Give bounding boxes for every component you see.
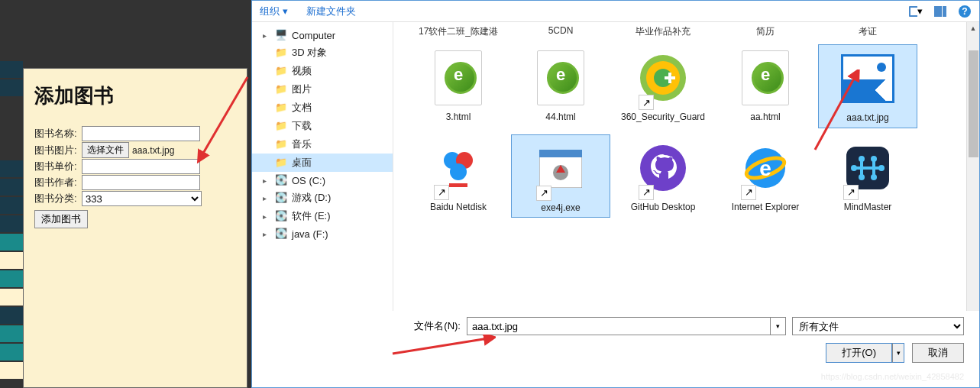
folder-icon: 📁	[275, 138, 287, 150]
filename-label: 文件名(N):	[414, 319, 461, 333]
scroll-thumb[interactable]	[969, 50, 978, 157]
svg-point-21	[640, 145, 686, 191]
view-mode-icon[interactable]: ▾	[909, 5, 923, 18]
book-name-input[interactable]	[82, 126, 200, 141]
tree-f-drive[interactable]: ▸💽java (F:)	[252, 225, 393, 242]
tree-video[interactable]: 📁视频	[252, 62, 393, 80]
file-aa-html[interactable]: aa.html	[716, 44, 815, 128]
label-category: 图书分类:	[34, 192, 82, 205]
ie-icon: e	[742, 145, 788, 191]
drive-icon: 💽	[275, 174, 287, 186]
svg-rect-5	[943, 6, 946, 17]
svg-text:?: ?	[962, 6, 967, 17]
drive-icon: 💽	[275, 210, 287, 222]
dialog-toolbar: 组织 ▾ 新建文件夹 ▾ ?	[252, 1, 979, 22]
form-title: 添加图书	[34, 82, 236, 109]
file-mindmaster[interactable]: ↗MindMaster	[818, 134, 917, 218]
svg-rect-3	[910, 8, 917, 15]
partial-folder-row: 17软件二班_陈建港5CDN毕业作品补充简历考证	[409, 25, 964, 38]
book-price-input[interactable]	[82, 159, 200, 174]
folder-icon: 📁	[275, 120, 287, 132]
svg-point-32	[859, 174, 865, 180]
cancel-button[interactable]: 取消	[912, 343, 964, 363]
drive-icon: 💽	[275, 192, 287, 204]
file-aaa-jpg[interactable]: aaa.txt.jpg	[818, 44, 917, 128]
file-exe4j[interactable]: ↗exe4j.exe	[511, 134, 610, 218]
file-baidu[interactable]: ↗Baidu Netdisk	[409, 134, 508, 218]
file-360[interactable]: ↗360_Security_Guard	[613, 44, 713, 128]
tree-pictures[interactable]: 📁图片	[252, 80, 393, 99]
label-author: 图书作者:	[34, 176, 82, 189]
html-file-icon	[537, 50, 584, 105]
preview-pane-icon[interactable]	[933, 5, 947, 18]
folder-icon: 📁	[275, 157, 287, 169]
scroll-up-icon[interactable]: ▲	[967, 22, 979, 35]
chosen-file-name: aaa.txt.jpg	[132, 145, 174, 156]
book-author-input[interactable]	[82, 175, 200, 190]
svg-rect-16	[449, 183, 467, 187]
tree-c-drive[interactable]: ▸💽OS (C:)	[252, 172, 393, 189]
folder-icon: 📁	[275, 47, 287, 59]
tree-documents[interactable]: 📁文档	[252, 99, 393, 117]
new-folder-button[interactable]: 新建文件夹	[306, 5, 356, 18]
file-3-html[interactable]: 3.html	[409, 44, 508, 128]
organize-button[interactable]: 组织 ▾	[260, 5, 288, 18]
file-44-html[interactable]: 44.html	[511, 44, 610, 128]
html-file-icon	[435, 50, 482, 105]
svg-rect-12	[665, 76, 675, 79]
folder-tree: ▸🖥️Computer 📁3D 对象 📁视频 📁图片 📁文档 📁下载 📁音乐 📁…	[252, 22, 393, 311]
dialog-footer: 文件名(N): ▾ 所有文件 打开(O)▾ 取消	[252, 311, 979, 372]
folder-icon: 📁	[275, 83, 287, 95]
label-price: 图书单价:	[34, 160, 82, 173]
svg-text:e: e	[759, 157, 771, 180]
svg-point-30	[878, 165, 885, 171]
add-book-form: 添加图书 图书名称: 图书图片: 选择文件 aaa.txt.jpg 图书单价: …	[23, 68, 247, 388]
page-background: 添加图书 图书名称: 图书图片: 选择文件 aaa.txt.jpg 图书单价: …	[0, 0, 251, 388]
drive-icon: 💽	[275, 228, 287, 240]
help-icon[interactable]: ?	[958, 5, 972, 18]
filename-input[interactable]	[467, 317, 771, 335]
svg-point-34	[871, 174, 877, 180]
tree-3d[interactable]: 📁3D 对象	[252, 44, 393, 62]
shortcut-icon: ↗	[843, 185, 859, 200]
filename-dropdown-icon[interactable]: ▾	[771, 317, 786, 335]
computer-icon: 🖥️	[275, 29, 287, 41]
open-dropdown-icon[interactable]: ▾	[892, 343, 904, 363]
shortcut-icon: ↗	[536, 186, 551, 201]
tree-computer[interactable]: ▸🖥️Computer	[252, 27, 393, 44]
svg-rect-18	[539, 150, 582, 157]
image-file-icon	[841, 54, 894, 103]
folder-icon: 📁	[275, 102, 287, 114]
label-pic: 图书图片:	[34, 144, 82, 157]
tree-desktop[interactable]: 📁桌面	[252, 154, 393, 172]
open-button[interactable]: 打开(O)	[826, 343, 892, 363]
baidu-icon	[435, 145, 481, 191]
file-grid: 17软件二班_陈建港5CDN毕业作品补充简历考证 3.html 44.html …	[393, 22, 979, 311]
shortcut-icon: ↗	[741, 185, 756, 200]
folder-icon: 📁	[275, 65, 287, 77]
book-category-select[interactable]: 333	[82, 191, 202, 206]
tree-e-drive[interactable]: ▸💽软件 (E:)	[252, 207, 393, 225]
shortcut-icon: ↗	[639, 185, 654, 200]
svg-point-29	[851, 165, 857, 171]
watermark-text: https://blog.csdn.net/weixin_42858482	[821, 372, 964, 381]
shortcut-icon: ↗	[434, 185, 449, 200]
svg-rect-4	[934, 6, 942, 17]
tree-d-drive[interactable]: ▸💽游戏 (D:)	[252, 189, 393, 207]
file-ie[interactable]: e↗Internet Explorer	[716, 134, 815, 218]
shortcut-icon: ↗	[639, 95, 654, 110]
svg-point-31	[859, 156, 865, 162]
filetype-select[interactable]: 所有文件	[792, 317, 964, 335]
file-github[interactable]: ↗GitHub Desktop	[613, 134, 713, 218]
html-file-icon	[742, 50, 789, 105]
tree-music[interactable]: 📁音乐	[252, 135, 393, 154]
color-strip	[0, 61, 23, 380]
submit-button[interactable]: 添加图书	[34, 210, 88, 228]
svg-point-15	[450, 163, 467, 180]
choose-file-button[interactable]: 选择文件	[82, 142, 129, 158]
exe4j-icon	[539, 150, 582, 188]
vertical-scrollbar[interactable]: ▲	[966, 22, 979, 311]
tree-downloads[interactable]: 📁下载	[252, 117, 393, 135]
label-name: 图书名称:	[34, 127, 82, 141]
svg-point-33	[871, 156, 877, 162]
